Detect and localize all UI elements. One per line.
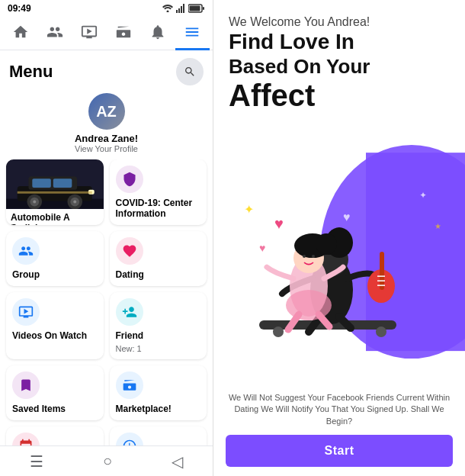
menu-header: Menu <box>0 50 213 88</box>
svg-text:✦: ✦ <box>419 190 427 201</box>
search-button[interactable] <box>176 58 204 85</box>
svg-rect-13 <box>53 178 72 188</box>
bottom-menu-icon[interactable]: ☰ <box>30 452 43 471</box>
bottom-back-icon[interactable]: ◁ <box>172 452 183 471</box>
marketplace-label: Marketplace! <box>116 404 201 414</box>
svg-rect-21 <box>18 191 92 194</box>
dating-footer-text: We Will Not Suggest Your Facebook Friend… <box>226 392 453 427</box>
menu-item-marketplace[interactable]: Marketplace! <box>110 365 207 420</box>
menu-item-car[interactable]: Automobile A Pedials Published Ad 4 Hour… <box>6 159 104 225</box>
nav-video-icon[interactable] <box>72 17 106 50</box>
wifi-icon <box>162 5 173 12</box>
car-info: Automobile A Pedials Published Ad 4 Hour… <box>6 209 104 225</box>
people-icon <box>18 243 34 259</box>
avatar-initials: AZ <box>96 103 117 121</box>
start-button[interactable]: Start <box>226 435 453 467</box>
menu-item-videos[interactable]: Videos On Watch <box>6 292 104 359</box>
svg-text:♥: ♥ <box>343 211 351 224</box>
svg-rect-6 <box>190 6 200 11</box>
friend-label: Friend <box>116 330 201 341</box>
svg-rect-2 <box>178 8 180 13</box>
car-subtitle: Pedials <box>11 223 99 225</box>
marketplace-icon <box>116 371 143 399</box>
avatar: AZ <box>88 93 125 130</box>
svg-point-19 <box>73 201 76 204</box>
svg-rect-1 <box>176 10 178 13</box>
nav-menu-icon[interactable] <box>175 17 210 50</box>
menu-item-dating[interactable]: Dating <box>110 231 207 286</box>
menu-item-covid[interactable]: COVID-19: Center Information <box>110 159 207 225</box>
group-label: Group <box>12 269 98 280</box>
videos-label: Videos On Watch <box>12 330 98 341</box>
svg-rect-34 <box>380 252 384 290</box>
group-icon <box>12 237 40 265</box>
battery-icon <box>188 4 205 13</box>
bookmark-icon <box>18 378 34 393</box>
dating-header: We Welcome You Andrea! Find Love In Base… <box>213 0 465 121</box>
menu-item-remember[interactable]: Remember New: 1 <box>110 426 207 445</box>
covid-label: COVID-19: Center Information <box>116 198 201 219</box>
calendar-icon <box>18 439 34 445</box>
svg-rect-7 <box>203 7 204 10</box>
menu-title: Menu <box>9 62 53 82</box>
menu-item-event[interactable]: Event <box>6 426 104 445</box>
remember-icon <box>116 433 143 445</box>
status-time: 09:49 <box>8 3 31 14</box>
svg-text:✦: ✦ <box>244 203 254 216</box>
saved-icon <box>12 371 40 399</box>
play-icon <box>18 304 34 320</box>
profile-name: Andrea Zane! <box>75 133 138 144</box>
saved-label: Saved Items <box>12 404 98 414</box>
dating-title: Find Love In <box>229 29 450 55</box>
bottom-home-icon[interactable]: ○ <box>103 452 112 470</box>
nav-people-icon[interactable] <box>37 17 72 50</box>
svg-rect-4 <box>183 4 184 13</box>
car-image <box>6 159 104 209</box>
status-bar: 09:49 <box>0 0 213 17</box>
svg-point-25 <box>273 326 284 337</box>
car-title: Automobile A <box>11 212 99 223</box>
signal-icon <box>176 4 185 13</box>
dating-illustration: ♥ ♥ ♥ ✦ ✦ ★ <box>213 121 465 383</box>
nav-bell-icon[interactable] <box>141 17 175 50</box>
svg-point-16 <box>33 201 36 204</box>
menu-item-group[interactable]: Group <box>6 231 104 286</box>
couple-svg: ♥ ♥ ♥ ✦ ✦ ★ <box>213 121 465 383</box>
nav-shop-icon[interactable] <box>107 17 141 50</box>
covid-icon <box>116 166 143 193</box>
svg-text:★: ★ <box>435 222 441 230</box>
dating-label: Dating <box>116 269 201 280</box>
svg-text:♥: ♥ <box>259 242 265 254</box>
nav-bar <box>0 17 213 50</box>
svg-rect-12 <box>32 178 51 188</box>
clock-icon <box>122 439 137 445</box>
menu-grid: Automobile A Pedials Published Ad 4 Hour… <box>0 159 213 445</box>
dating-welcome: We Welcome You Andrea! <box>229 15 450 29</box>
friend-icon <box>116 298 143 326</box>
left-panel: 09:49 <box>0 0 213 476</box>
profile-section[interactable]: AZ Andrea Zane! View Your Profile <box>0 88 213 159</box>
dating-footer: We Will Not Suggest Your Facebook Friend… <box>213 383 465 476</box>
svg-point-46 <box>312 255 315 258</box>
nav-bottom: ☰ ○ ◁ <box>0 445 213 476</box>
person-add-icon <box>122 304 137 320</box>
svg-point-0 <box>167 11 169 13</box>
car-illustration <box>6 159 104 209</box>
menu-item-saved[interactable]: Saved Items <box>6 365 104 420</box>
svg-rect-3 <box>181 6 182 13</box>
dating-card: We Welcome You Andrea! Find Love In Base… <box>213 0 465 476</box>
svg-point-45 <box>303 255 306 258</box>
dating-icon <box>116 237 143 265</box>
search-icon <box>184 66 196 78</box>
menu-item-friend[interactable]: Friend New: 1 <box>110 292 207 359</box>
event-icon <box>12 433 40 445</box>
svg-text:♥: ♥ <box>274 215 284 232</box>
nav-home-icon[interactable] <box>3 17 37 50</box>
status-icons <box>162 4 205 13</box>
dating-subtitle: Based On Your <box>229 55 450 79</box>
view-profile-link[interactable]: View Your Profile <box>75 144 138 153</box>
shield-icon <box>122 172 137 187</box>
svg-point-26 <box>376 326 386 337</box>
svg-point-44 <box>316 233 337 255</box>
dating-affect: Affect <box>229 79 450 113</box>
